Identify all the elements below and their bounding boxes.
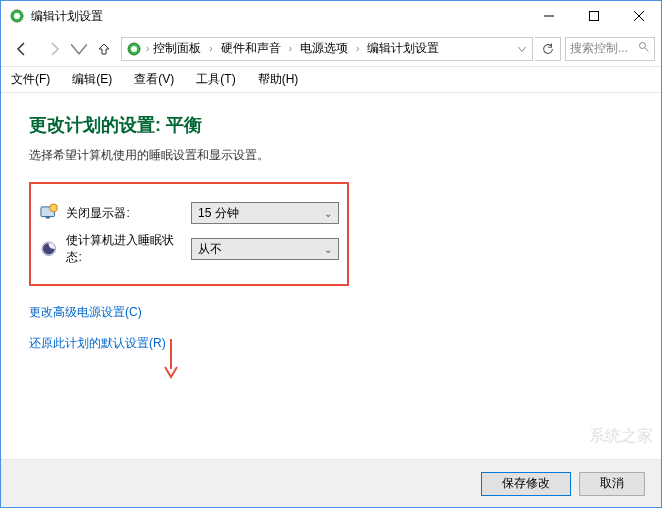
dropdown-value: 15 分钟 — [198, 205, 324, 222]
highlight-annotation: 关闭显示器: 15 分钟 ⌄ 使计算机进入睡眠状态: 从不 ⌄ — [29, 182, 349, 286]
chevron-right-icon[interactable]: › — [289, 43, 292, 54]
dropdown-value: 从不 — [198, 241, 324, 258]
chevron-right-icon[interactable]: › — [356, 43, 359, 54]
refresh-button[interactable] — [535, 37, 561, 61]
menubar: 文件(F) 编辑(E) 查看(V) 工具(T) 帮助(H) — [1, 67, 661, 93]
minimize-button[interactable] — [526, 1, 571, 31]
display-off-dropdown[interactable]: 15 分钟 ⌄ — [191, 202, 339, 224]
power-icon — [9, 8, 25, 24]
menu-help[interactable]: 帮助(H) — [254, 69, 303, 90]
navbar: › 控制面板 › 硬件和声音 › 电源选项 › 编辑计划设置 搜索控制... — [1, 31, 661, 67]
svg-point-12 — [50, 204, 58, 212]
chevron-down-icon: ⌄ — [324, 208, 332, 219]
sleep-row: 使计算机进入睡眠状态: 从不 ⌄ — [39, 232, 339, 266]
sleep-dropdown[interactable]: 从不 ⌄ — [191, 238, 339, 260]
moon-icon — [39, 239, 58, 259]
recent-dropdown[interactable] — [71, 34, 87, 64]
address-bar[interactable]: › 控制面板 › 硬件和声音 › 电源选项 › 编辑计划设置 — [121, 37, 533, 61]
advanced-settings-link[interactable]: 更改高级电源设置(C) — [29, 304, 633, 321]
forward-button[interactable] — [39, 34, 69, 64]
window-title: 编辑计划设置 — [31, 8, 526, 25]
crumb-item[interactable]: 硬件和声音 — [217, 38, 285, 59]
svg-point-8 — [640, 43, 646, 49]
svg-line-9 — [645, 48, 649, 52]
svg-point-1 — [14, 13, 20, 19]
svg-rect-11 — [46, 217, 50, 219]
chevron-down-icon: ⌄ — [324, 244, 332, 255]
arrow-annotation-icon — [163, 339, 179, 379]
up-button[interactable] — [89, 34, 119, 64]
power-icon — [126, 41, 142, 57]
svg-point-7 — [131, 46, 137, 52]
restore-defaults-link[interactable]: 还原此计划的默认设置(R) — [29, 335, 633, 352]
menu-view[interactable]: 查看(V) — [130, 69, 178, 90]
sleep-label: 使计算机进入睡眠状态: — [66, 232, 183, 266]
display-off-label: 关闭显示器: — [66, 205, 183, 222]
monitor-icon — [39, 203, 58, 223]
search-input[interactable]: 搜索控制... — [565, 37, 655, 61]
chevron-right-icon[interactable]: › — [209, 43, 212, 54]
breadcrumb: 控制面板 › 硬件和声音 › 电源选项 › 编辑计划设置 — [149, 38, 518, 59]
search-icon[interactable] — [638, 41, 650, 56]
watermark: 系统之家 — [589, 426, 653, 447]
svg-rect-3 — [589, 12, 598, 21]
close-button[interactable] — [616, 1, 661, 31]
crumb-item[interactable]: 编辑计划设置 — [363, 38, 443, 59]
address-dropdown[interactable] — [518, 42, 526, 56]
menu-edit[interactable]: 编辑(E) — [68, 69, 116, 90]
cancel-button[interactable]: 取消 — [579, 472, 645, 496]
save-button[interactable]: 保存修改 — [481, 472, 571, 496]
page-title: 更改计划的设置: 平衡 — [29, 113, 633, 137]
search-placeholder: 搜索控制... — [570, 40, 636, 57]
footer: 保存修改 取消 — [1, 459, 661, 507]
window-frame: 编辑计划设置 › — [0, 0, 662, 508]
back-button[interactable] — [7, 34, 37, 64]
menu-file[interactable]: 文件(F) — [7, 69, 54, 90]
titlebar: 编辑计划设置 — [1, 1, 661, 31]
crumb-item[interactable]: 控制面板 — [149, 38, 205, 59]
crumb-item[interactable]: 电源选项 — [296, 38, 352, 59]
content-area: 更改计划的设置: 平衡 选择希望计算机使用的睡眠设置和显示设置。 关闭显示器: … — [1, 93, 661, 372]
page-description: 选择希望计算机使用的睡眠设置和显示设置。 — [29, 147, 633, 164]
display-off-row: 关闭显示器: 15 分钟 ⌄ — [39, 202, 339, 224]
menu-tools[interactable]: 工具(T) — [192, 69, 239, 90]
window-controls — [526, 1, 661, 31]
maximize-button[interactable] — [571, 1, 616, 31]
